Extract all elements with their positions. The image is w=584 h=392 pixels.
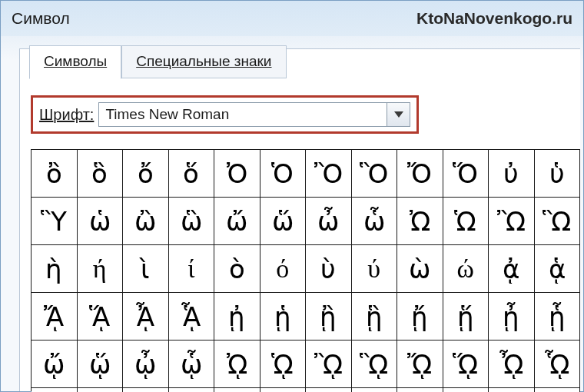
font-label: Шрифт: (39, 106, 94, 124)
char-cell[interactable]: ὼ (397, 245, 443, 293)
char-cell[interactable]: ᾁ (535, 245, 581, 293)
char-cell[interactable]: ὅ (169, 150, 215, 198)
char-cell[interactable]: ᾖ (489, 293, 535, 341)
char-cell[interactable]: ί (169, 245, 215, 293)
char-cell[interactable]: ό (260, 245, 307, 293)
char-cell[interactable]: ὺ (306, 245, 352, 293)
char-cell[interactable]: ᾓ (352, 293, 398, 341)
char-cell[interactable]: ᾬ (397, 341, 443, 388)
char-cell[interactable]: Ὄ (397, 150, 443, 198)
char-cell[interactable]: ὧ (352, 198, 398, 245)
tab-special-label: Специальные знаки (136, 53, 271, 69)
char-cell[interactable]: Έ (306, 388, 352, 392)
char-cell[interactable]: ᾑ (260, 293, 307, 341)
font-row-highlight: Шрифт: Times New Roman (31, 95, 419, 134)
char-cell[interactable]: ὡ (78, 198, 124, 245)
char-cell[interactable]: ᾦ (123, 341, 169, 388)
char-cell[interactable]: ὴ (32, 245, 78, 293)
tab-strip: Символы Специальные знаки (29, 45, 287, 78)
char-cell[interactable]: ὄ (123, 150, 169, 198)
char-cell[interactable]: ᾮ (489, 341, 535, 388)
char-cell[interactable]: Ὁ (260, 150, 307, 198)
char-cell[interactable]: ᾎ (123, 293, 169, 341)
chevron-down-icon[interactable] (387, 103, 410, 126)
char-cell[interactable]: ώ (443, 245, 489, 293)
char-cell[interactable]: ὂ (32, 150, 78, 198)
char-cell[interactable]: ᾭ (443, 341, 489, 388)
char-cell[interactable]: ᾧ (169, 341, 215, 388)
char-cell[interactable]: ὃ (78, 150, 124, 198)
char-cell[interactable]: ᾒ (306, 293, 352, 341)
char-cell[interactable]: ῂ (32, 388, 78, 392)
char-cell[interactable]: Ὓ (32, 198, 78, 245)
char-cell[interactable]: ῌ (443, 388, 489, 392)
char-cell[interactable]: Ὅ (443, 150, 489, 198)
char-cell[interactable]: ῍ (489, 388, 535, 392)
char-cell[interactable]: ᾌ (32, 293, 78, 341)
title-bar: Символ KtoNaNovenkogo.ru (1, 1, 583, 36)
main-panel: Символы Специальные знаки Шрифт: Times N… (19, 48, 580, 391)
char-cell[interactable]: ὥ (260, 198, 307, 245)
char-cell[interactable]: ή (78, 245, 124, 293)
char-cell[interactable]: Ὀ (214, 150, 260, 198)
char-cell[interactable]: ὸ (214, 245, 260, 293)
char-cell[interactable]: ᾐ (214, 293, 260, 341)
char-cell[interactable]: ᾀ (489, 245, 535, 293)
char-cell[interactable]: ᾥ (78, 341, 124, 388)
tab-special-chars[interactable]: Специальные знаки (121, 45, 286, 78)
char-cell[interactable]: Ὣ (535, 198, 581, 245)
font-dropdown[interactable]: Times New Roman (98, 102, 410, 127)
char-cell[interactable]: ᾩ (260, 341, 307, 388)
char-cell[interactable]: ῄ (123, 388, 169, 392)
char-cell[interactable]: ὣ (169, 198, 215, 245)
font-label-accel: Ш (39, 106, 53, 123)
tab-symbols-label: Символы (44, 53, 107, 69)
char-cell[interactable]: ὑ (535, 150, 581, 198)
svg-marker-0 (394, 111, 403, 118)
dialog-title: Символ (12, 9, 70, 28)
char-cell[interactable]: Ὴ (352, 388, 398, 392)
char-cell[interactable]: ᾔ (397, 293, 443, 341)
char-cell[interactable]: ῆ (169, 388, 215, 392)
char-cell[interactable]: Ὢ (489, 198, 535, 245)
char-cell[interactable]: ύ (352, 245, 398, 293)
char-cell[interactable]: ὦ (306, 198, 352, 245)
char-cell[interactable]: Ὂ (306, 150, 352, 198)
char-cell[interactable]: ᾪ (306, 341, 352, 388)
char-cell[interactable]: ῇ (214, 388, 260, 392)
char-cell[interactable]: Ή (397, 388, 443, 392)
char-cell[interactable]: ᾯ (535, 341, 581, 388)
character-grid: ὂὃὄὅὈὉὊὋὌὍὐὑὛὡὢὣὤὥὦὧὨὩὪὫὴήὶίὸόὺύὼώᾀᾁᾌᾍᾎᾏ… (31, 149, 580, 391)
char-cell[interactable]: ὐ (489, 150, 535, 198)
font-dropdown-value: Times New Roman (99, 103, 387, 126)
tab-symbols[interactable]: Символы (29, 45, 121, 79)
symbol-dialog: Символ KtoNaNovenkogo.ru Символы Специал… (0, 0, 584, 392)
watermark-text: KtoNaNovenkogo.ru (416, 9, 572, 28)
font-label-rest: рифт: (53, 106, 94, 123)
char-cell[interactable]: ῃ (78, 388, 124, 392)
char-cell[interactable]: ὶ (123, 245, 169, 293)
char-cell[interactable]: ῎ (535, 388, 581, 392)
char-cell[interactable]: ᾕ (443, 293, 489, 341)
char-cell[interactable]: ᾫ (352, 341, 398, 388)
char-cell[interactable]: Ὡ (443, 198, 489, 245)
char-cell[interactable]: ᾗ (535, 293, 581, 341)
char-cell[interactable]: ᾍ (78, 293, 124, 341)
char-cell[interactable]: ὢ (123, 198, 169, 245)
char-cell[interactable]: Ὲ (260, 388, 307, 392)
char-cell[interactable]: ᾏ (169, 293, 215, 341)
char-cell[interactable]: Ὃ (352, 150, 398, 198)
char-cell[interactable]: ᾤ (32, 341, 78, 388)
char-cell[interactable]: Ὠ (397, 198, 443, 245)
char-cell[interactable]: ᾨ (214, 341, 260, 388)
char-cell[interactable]: ὤ (214, 198, 260, 245)
